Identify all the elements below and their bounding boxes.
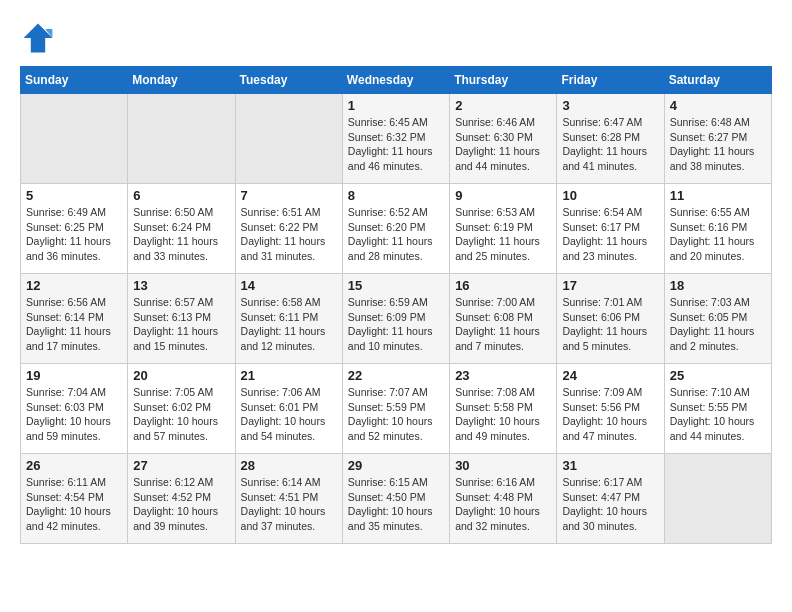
calendar-week-row: 5Sunrise: 6:49 AM Sunset: 6:25 PM Daylig… [21, 184, 772, 274]
day-number: 21 [241, 368, 337, 383]
day-number: 27 [133, 458, 229, 473]
calendar-day-cell: 12Sunrise: 6:56 AM Sunset: 6:14 PM Dayli… [21, 274, 128, 364]
calendar-day-cell: 17Sunrise: 7:01 AM Sunset: 6:06 PM Dayli… [557, 274, 664, 364]
calendar-day-cell: 14Sunrise: 6:58 AM Sunset: 6:11 PM Dayli… [235, 274, 342, 364]
day-of-week-header: Wednesday [342, 67, 449, 94]
day-number: 12 [26, 278, 122, 293]
calendar-week-row: 12Sunrise: 6:56 AM Sunset: 6:14 PM Dayli… [21, 274, 772, 364]
day-info: Sunrise: 6:53 AM Sunset: 6:19 PM Dayligh… [455, 205, 551, 264]
day-of-week-header: Friday [557, 67, 664, 94]
day-info: Sunrise: 7:08 AM Sunset: 5:58 PM Dayligh… [455, 385, 551, 444]
day-info: Sunrise: 6:49 AM Sunset: 6:25 PM Dayligh… [26, 205, 122, 264]
day-number: 28 [241, 458, 337, 473]
calendar-day-cell: 18Sunrise: 7:03 AM Sunset: 6:05 PM Dayli… [664, 274, 771, 364]
calendar-day-cell: 30Sunrise: 6:16 AM Sunset: 4:48 PM Dayli… [450, 454, 557, 544]
calendar-day-cell: 1Sunrise: 6:45 AM Sunset: 6:32 PM Daylig… [342, 94, 449, 184]
day-number: 11 [670, 188, 766, 203]
day-info: Sunrise: 6:58 AM Sunset: 6:11 PM Dayligh… [241, 295, 337, 354]
day-number: 4 [670, 98, 766, 113]
calendar-day-cell: 24Sunrise: 7:09 AM Sunset: 5:56 PM Dayli… [557, 364, 664, 454]
logo-icon [20, 20, 56, 56]
calendar-day-cell: 8Sunrise: 6:52 AM Sunset: 6:20 PM Daylig… [342, 184, 449, 274]
day-number: 8 [348, 188, 444, 203]
day-number: 3 [562, 98, 658, 113]
day-info: Sunrise: 7:06 AM Sunset: 6:01 PM Dayligh… [241, 385, 337, 444]
day-number: 7 [241, 188, 337, 203]
day-number: 26 [26, 458, 122, 473]
day-info: Sunrise: 6:11 AM Sunset: 4:54 PM Dayligh… [26, 475, 122, 534]
calendar-day-cell: 22Sunrise: 7:07 AM Sunset: 5:59 PM Dayli… [342, 364, 449, 454]
day-info: Sunrise: 7:09 AM Sunset: 5:56 PM Dayligh… [562, 385, 658, 444]
calendar-day-cell: 13Sunrise: 6:57 AM Sunset: 6:13 PM Dayli… [128, 274, 235, 364]
day-number: 1 [348, 98, 444, 113]
calendar-day-cell: 15Sunrise: 6:59 AM Sunset: 6:09 PM Dayli… [342, 274, 449, 364]
day-info: Sunrise: 6:45 AM Sunset: 6:32 PM Dayligh… [348, 115, 444, 174]
day-info: Sunrise: 6:51 AM Sunset: 6:22 PM Dayligh… [241, 205, 337, 264]
calendar-day-cell: 9Sunrise: 6:53 AM Sunset: 6:19 PM Daylig… [450, 184, 557, 274]
calendar-day-cell [664, 454, 771, 544]
calendar-day-cell [128, 94, 235, 184]
calendar-day-cell: 5Sunrise: 6:49 AM Sunset: 6:25 PM Daylig… [21, 184, 128, 274]
day-info: Sunrise: 6:52 AM Sunset: 6:20 PM Dayligh… [348, 205, 444, 264]
day-info: Sunrise: 6:50 AM Sunset: 6:24 PM Dayligh… [133, 205, 229, 264]
day-info: Sunrise: 6:15 AM Sunset: 4:50 PM Dayligh… [348, 475, 444, 534]
day-info: Sunrise: 6:55 AM Sunset: 6:16 PM Dayligh… [670, 205, 766, 264]
day-info: Sunrise: 7:07 AM Sunset: 5:59 PM Dayligh… [348, 385, 444, 444]
calendar-day-cell: 2Sunrise: 6:46 AM Sunset: 6:30 PM Daylig… [450, 94, 557, 184]
day-info: Sunrise: 6:16 AM Sunset: 4:48 PM Dayligh… [455, 475, 551, 534]
day-number: 20 [133, 368, 229, 383]
day-number: 24 [562, 368, 658, 383]
calendar-day-cell: 31Sunrise: 6:17 AM Sunset: 4:47 PM Dayli… [557, 454, 664, 544]
calendar-week-row: 1Sunrise: 6:45 AM Sunset: 6:32 PM Daylig… [21, 94, 772, 184]
svg-marker-0 [24, 24, 53, 53]
calendar-day-cell: 19Sunrise: 7:04 AM Sunset: 6:03 PM Dayli… [21, 364, 128, 454]
calendar-day-cell: 10Sunrise: 6:54 AM Sunset: 6:17 PM Dayli… [557, 184, 664, 274]
calendar-day-cell [21, 94, 128, 184]
day-number: 25 [670, 368, 766, 383]
day-number: 15 [348, 278, 444, 293]
day-info: Sunrise: 7:10 AM Sunset: 5:55 PM Dayligh… [670, 385, 766, 444]
calendar-day-cell: 20Sunrise: 7:05 AM Sunset: 6:02 PM Dayli… [128, 364, 235, 454]
calendar-table: SundayMondayTuesdayWednesdayThursdayFrid… [20, 66, 772, 544]
calendar-day-cell: 21Sunrise: 7:06 AM Sunset: 6:01 PM Dayli… [235, 364, 342, 454]
calendar-day-cell: 28Sunrise: 6:14 AM Sunset: 4:51 PM Dayli… [235, 454, 342, 544]
day-info: Sunrise: 6:56 AM Sunset: 6:14 PM Dayligh… [26, 295, 122, 354]
day-number: 23 [455, 368, 551, 383]
day-of-week-header: Monday [128, 67, 235, 94]
calendar-day-cell: 27Sunrise: 6:12 AM Sunset: 4:52 PM Dayli… [128, 454, 235, 544]
day-info: Sunrise: 7:03 AM Sunset: 6:05 PM Dayligh… [670, 295, 766, 354]
day-of-week-header: Tuesday [235, 67, 342, 94]
calendar-day-cell: 16Sunrise: 7:00 AM Sunset: 6:08 PM Dayli… [450, 274, 557, 364]
calendar-day-cell: 26Sunrise: 6:11 AM Sunset: 4:54 PM Dayli… [21, 454, 128, 544]
day-number: 2 [455, 98, 551, 113]
day-number: 16 [455, 278, 551, 293]
day-number: 9 [455, 188, 551, 203]
day-number: 22 [348, 368, 444, 383]
day-number: 17 [562, 278, 658, 293]
day-number: 5 [26, 188, 122, 203]
calendar-day-cell: 11Sunrise: 6:55 AM Sunset: 6:16 PM Dayli… [664, 184, 771, 274]
day-info: Sunrise: 6:47 AM Sunset: 6:28 PM Dayligh… [562, 115, 658, 174]
calendar-header-row: SundayMondayTuesdayWednesdayThursdayFrid… [21, 67, 772, 94]
day-number: 30 [455, 458, 551, 473]
day-info: Sunrise: 7:04 AM Sunset: 6:03 PM Dayligh… [26, 385, 122, 444]
day-number: 10 [562, 188, 658, 203]
calendar-week-row: 19Sunrise: 7:04 AM Sunset: 6:03 PM Dayli… [21, 364, 772, 454]
day-number: 19 [26, 368, 122, 383]
day-info: Sunrise: 7:05 AM Sunset: 6:02 PM Dayligh… [133, 385, 229, 444]
day-number: 18 [670, 278, 766, 293]
page-header [20, 20, 772, 56]
calendar-day-cell: 3Sunrise: 6:47 AM Sunset: 6:28 PM Daylig… [557, 94, 664, 184]
day-info: Sunrise: 7:01 AM Sunset: 6:06 PM Dayligh… [562, 295, 658, 354]
calendar-day-cell: 4Sunrise: 6:48 AM Sunset: 6:27 PM Daylig… [664, 94, 771, 184]
day-number: 6 [133, 188, 229, 203]
day-info: Sunrise: 6:17 AM Sunset: 4:47 PM Dayligh… [562, 475, 658, 534]
day-info: Sunrise: 7:00 AM Sunset: 6:08 PM Dayligh… [455, 295, 551, 354]
calendar-day-cell: 29Sunrise: 6:15 AM Sunset: 4:50 PM Dayli… [342, 454, 449, 544]
logo [20, 20, 62, 56]
day-of-week-header: Saturday [664, 67, 771, 94]
calendar-day-cell: 25Sunrise: 7:10 AM Sunset: 5:55 PM Dayli… [664, 364, 771, 454]
day-info: Sunrise: 6:59 AM Sunset: 6:09 PM Dayligh… [348, 295, 444, 354]
day-info: Sunrise: 6:57 AM Sunset: 6:13 PM Dayligh… [133, 295, 229, 354]
day-info: Sunrise: 6:46 AM Sunset: 6:30 PM Dayligh… [455, 115, 551, 174]
